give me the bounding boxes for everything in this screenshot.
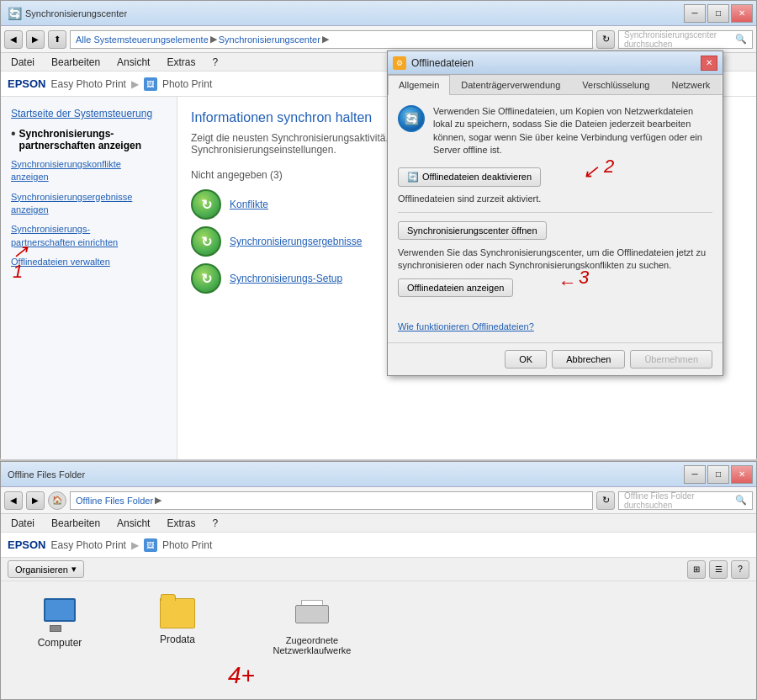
dialog-title-text: ⚙ Offlinedateien (393, 56, 474, 70)
brand-sep: ▶ (131, 78, 139, 90)
search-placeholder: Synchronisierungscenter durchsuchen (624, 30, 735, 49)
bottom-minimize-button[interactable]: ─ (684, 465, 706, 484)
sidebar-active-label: Synchronisierungs- partnerschaften anzei… (19, 128, 141, 151)
address-field[interactable]: Alle Systemsteuerungselemente ▶ Synchron… (70, 30, 593, 49)
window-title: Synchronisierungscenter (25, 8, 127, 19)
show-files-button[interactable]: Offlinedateien anzeigen (398, 278, 513, 297)
help-button[interactable]: ? (731, 560, 749, 579)
dialog-close-button[interactable]: ✕ (701, 56, 717, 71)
organize-label: Organisieren (15, 565, 68, 575)
bottom-address-field[interactable]: Offline Files Folder ▶ (70, 491, 593, 510)
apply-button[interactable]: Übernehmen (630, 350, 712, 369)
menu-ansicht[interactable]: Ansicht (114, 55, 153, 70)
minimize-button[interactable]: ─ (684, 4, 706, 23)
file-item-computer[interactable]: Computer (26, 598, 93, 649)
breadcrumb-sep2: ▶ (322, 34, 329, 45)
tab-verschluesselung[interactable]: Verschlüsselung (571, 75, 660, 94)
bottom-window: Offline Files Folder ─ □ ✕ ◀ ▶ 🏠 Offline… (0, 461, 757, 700)
refresh-button[interactable]: ↻ (596, 30, 615, 49)
annotation-3-number: 3 (579, 267, 589, 289)
sync-icon-setup (191, 263, 221, 294)
bottom-brand-epson: EPSON (8, 538, 46, 551)
address-bar: ◀ ▶ ⬆ Alle Systemsteuerungselemente ▶ Sy… (1, 26, 756, 53)
tab-allgemein[interactable]: Allgemein (388, 75, 450, 95)
ok-button[interactable]: OK (505, 350, 547, 369)
sidebar-ergebnisse[interactable]: Synchronisierungsergebnisseanzeigen (1, 188, 177, 220)
sync-label-ergebnisse[interactable]: Synchronisierungsergebnisse (230, 236, 362, 247)
tab-datentraeger[interactable]: Datenträgerverwendung (450, 75, 571, 94)
back-button[interactable]: ◀ (4, 30, 23, 49)
bottom-brand-bar: EPSON Easy Photo Print ▶ 🖼 Photo Print (1, 533, 756, 558)
bottom-content: Offline Files Folder ─ □ ✕ ◀ ▶ 🏠 Offline… (1, 462, 756, 699)
bottom-close-button[interactable]: ✕ (731, 465, 753, 484)
deactivate-button[interactable]: 🔄 Offlinedateien deaktivieren (398, 167, 541, 187)
up-button[interactable]: ⬆ (48, 30, 66, 49)
sync-icon-konflikte (191, 189, 221, 220)
breadcrumb-sync[interactable]: Synchronisierungscenter (219, 34, 320, 45)
dialog-info-row: 🔄 Verwenden Sie Offlinedateien, um Kopie… (398, 105, 712, 157)
cancel-button[interactable]: Abbrechen (552, 350, 625, 369)
bottom-forward-button[interactable]: ▶ (26, 491, 45, 510)
bottom-window-title: Offline Files Folder (8, 469, 85, 480)
bottom-menu-help[interactable]: ? (209, 516, 221, 531)
menu-help[interactable]: ? (209, 55, 221, 70)
bottom-maximize-button[interactable]: □ (707, 465, 729, 484)
deactivate-label: Offlinedateien deaktivieren (422, 172, 532, 182)
dialog-divider (398, 212, 712, 213)
sync-label-konflikte[interactable]: Konflikte (230, 199, 268, 210)
view-list-button[interactable]: ☰ (709, 560, 728, 579)
bottom-brand-sep: ▶ (131, 539, 139, 551)
printer-body (295, 605, 329, 623)
show-files-label: Offlinedateien anzeigen (407, 283, 504, 293)
organize-bar: Organisieren ▾ ⊞ ☰ ? (1, 558, 756, 581)
bottom-menu-ansicht[interactable]: Ansicht (114, 516, 153, 531)
sidebar-konflikte[interactable]: Synchronisierungskonflikteanzeigen (1, 155, 177, 188)
how-offline-files-link[interactable]: Wie funktionieren Offlinedateien? (398, 321, 534, 331)
view-mode-button[interactable]: ⊞ (687, 560, 706, 579)
monitor (44, 598, 76, 622)
file-item-network[interactable]: Zugeordnete Netzwerklaufwerke (262, 598, 363, 655)
bottom-breadcrumb[interactable]: Offline Files Folder (76, 496, 153, 506)
bottom-menu-datei[interactable]: Datei (8, 516, 38, 531)
open-sync-btn-row: Synchronisierungscenter öffnen (398, 221, 712, 240)
bottom-refresh-button[interactable]: ↻ (596, 491, 615, 510)
monitor-stand (50, 625, 61, 632)
bottom-search-box[interactable]: Offline Files Folder durchsuchen 🔍 (618, 491, 753, 510)
open-sync-center-button[interactable]: Synchronisierungscenter öffnen (398, 221, 547, 240)
network-icon (293, 598, 331, 630)
forward-button[interactable]: ▶ (26, 30, 45, 49)
menu-bearbeiten[interactable]: Bearbeiten (48, 55, 103, 70)
organize-button[interactable]: Organisieren ▾ (8, 560, 84, 578)
window-icon: 🔄 (8, 7, 22, 20)
annotation-2-arrow: ↙ (583, 161, 598, 183)
sidebar-startseite[interactable]: Startseite der Systemsteuerung (1, 103, 177, 125)
bottom-brand-app: Easy Photo Print (51, 539, 126, 551)
dialog-tabs: Allgemein Datenträgerverwendung Verschlü… (388, 75, 723, 95)
bottom-titlebar-left: Offline Files Folder (8, 469, 85, 480)
close-button[interactable]: ✕ (731, 4, 753, 23)
search-box[interactable]: Synchronisierungscenter durchsuchen 🔍 (618, 30, 753, 49)
annotation-4: 4+ (228, 662, 255, 689)
dialog-info-text: Verwenden Sie Offlinedateien, um Kopien … (433, 105, 712, 157)
annotation-2-number: 2 (604, 156, 614, 178)
tab-netzwerk[interactable]: Netzwerk (660, 75, 721, 94)
bottom-back-button[interactable]: ◀ (4, 491, 23, 510)
file-item-prodata[interactable]: Prodata (144, 598, 211, 645)
sync-label-setup[interactable]: Synchronisierungs-Setup (230, 273, 342, 284)
open-sync-label: Synchronisierungscenter öffnen (407, 225, 537, 236)
annotation-3-arrow: ← (558, 272, 576, 294)
show-files-btn-row: Offlinedateien anzeigen ← 3 (398, 278, 712, 297)
menu-extras[interactable]: Extras (163, 55, 199, 70)
spacer (398, 304, 712, 321)
bottom-photo-print-icon: 🖼 (144, 538, 157, 552)
bottom-menu-bearbeiten[interactable]: Bearbeiten (48, 516, 103, 531)
bottom-menu-extras[interactable]: Extras (163, 516, 199, 531)
view-controls: ⊞ ☰ ? (687, 560, 749, 579)
offlinedateien-dialog: ⚙ Offlinedateien ✕ Allgemein Datenträger… (387, 50, 723, 376)
breadcrumb-home[interactable]: Alle Systemsteuerungselemente (76, 34, 209, 45)
dialog-body: 🔄 Verwenden Sie Offlinedateien, um Kopie… (388, 95, 723, 342)
maximize-button[interactable]: □ (707, 4, 729, 23)
bottom-address-bar: ◀ ▶ 🏠 Offline Files Folder ▶ ↻ Offline F… (1, 487, 756, 514)
titlebar-left: 🔄 Synchronisierungscenter (8, 7, 127, 20)
menu-datei[interactable]: Datei (8, 55, 38, 70)
